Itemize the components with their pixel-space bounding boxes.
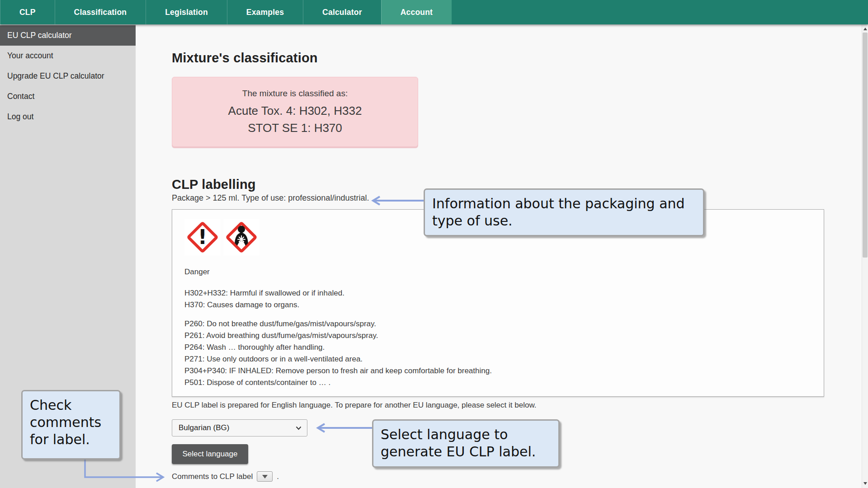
classification-result-line: Acute Tox. 4: H302, H332 (228, 103, 362, 118)
ghs08-health-hazard-icon (223, 219, 259, 255)
main-content: Mixture's classification The mixture is … (136, 24, 868, 488)
nav-tab[interactable]: CLP (0, 0, 55, 24)
nav-tab[interactable]: Calculator (303, 0, 381, 24)
signal-word: Danger (184, 267, 813, 277)
comments-suffix: . (277, 472, 279, 481)
language-select[interactable]: Bulgarian (BG) (172, 419, 307, 436)
ghs07-exclamation-mark-icon: ! (184, 219, 221, 255)
precautionary-statement: P260: Do not breathe dust/fume/gas/mist/… (184, 318, 813, 330)
comments-row: Comments to CLP label . (172, 471, 279, 482)
select-language-button[interactable]: Select language (172, 444, 248, 464)
sidebar-item[interactable]: EU CLP calculator (0, 25, 136, 46)
language-annotation-arrow-icon (316, 423, 373, 433)
sidebar-item[interactable]: Log out (0, 107, 136, 127)
classification-result-line: STOT SE 1: H370 (248, 120, 342, 136)
nav-tab[interactable]: Account (381, 0, 452, 24)
sidebar-item[interactable]: Upgrade EU CLP calculator (0, 66, 136, 86)
package-info: Package > 125 ml. Type of use: professio… (172, 193, 369, 203)
nav-tab[interactable]: Legislation (146, 0, 227, 24)
classification-intro: The mixture is classified as: (242, 89, 348, 99)
hazard-statements: H302+H332: Harmful if swallowed or if in… (184, 287, 813, 311)
svg-text:!: ! (198, 225, 207, 249)
clp-label-box: ! Danger H302+H332: Harmful if swallow (172, 209, 824, 397)
precautionary-statement: P264: Wash … thoroughly after handling. (184, 342, 813, 353)
language-note: EU CLP label is prepared for English lan… (172, 401, 536, 410)
scroll-down-icon[interactable] (862, 480, 868, 487)
sidebar-item[interactable]: Contact (0, 86, 136, 107)
classification-result-box: The mixture is classified as: Acute Tox.… (172, 77, 418, 147)
precautionary-statements: P260: Do not breathe dust/fume/gas/mist/… (184, 318, 813, 389)
precautionary-statement: P304+P340: IF INHALED: Remove person to … (184, 365, 813, 377)
hazard-statement: H370: Causes damage to organs. (184, 299, 813, 311)
hazard-statement: H302+H332: Harmful if swallowed or if in… (184, 287, 813, 299)
comments-annotation: Check comments for label. (21, 390, 121, 460)
chevron-down-icon (296, 426, 302, 430)
top-nav: CLPClassificationLegislationExamplesCalc… (0, 0, 868, 24)
comments-annotation-connector-icon (81, 459, 167, 483)
vertical-scrollbar[interactable] (862, 24, 868, 488)
scroll-up-icon[interactable] (862, 25, 868, 33)
scrollbar-thumb[interactable] (863, 33, 868, 258)
comments-label: Comments to CLP label (172, 472, 253, 481)
nav-tab[interactable]: Classification (55, 0, 146, 24)
packaging-annotation: Information about the packaging and type… (424, 188, 704, 236)
packaging-annotation-arrow-icon (371, 196, 427, 206)
precautionary-statement: P261: Avoid breathing dust/fume/gas/mist… (184, 330, 813, 342)
sidebar-item[interactable]: Your account (0, 46, 136, 66)
language-annotation: Select language to generate EU CLP label… (372, 419, 560, 468)
language-select-value: Bulgarian (BG) (179, 423, 296, 432)
nav-tab[interactable]: Examples (227, 0, 303, 24)
comments-dropdown-arrow-icon[interactable] (257, 471, 273, 482)
precautionary-statement: P271: Use only outdoors or in a well-ven… (184, 353, 813, 365)
classification-heading: Mixture's classification (172, 51, 318, 66)
labelling-heading: CLP labelling (172, 177, 256, 192)
precautionary-statement: P501: Dispose of contents/container to …… (184, 377, 813, 389)
